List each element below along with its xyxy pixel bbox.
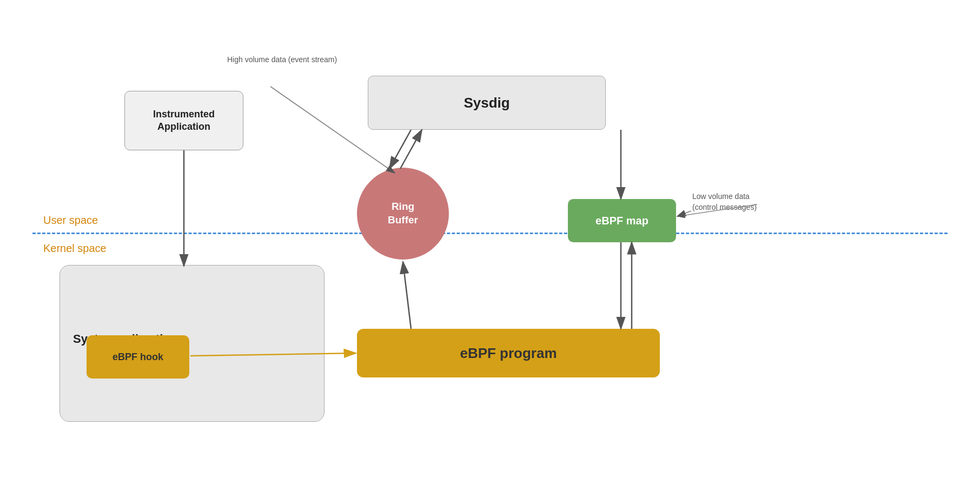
ebpf-map-label: eBPF map (595, 215, 648, 227)
instrumented-application-box: InstrumentedApplication (124, 91, 243, 150)
low-volume-label: Low volume data(control messages) (692, 191, 757, 213)
ring-buffer-label: RingBuffer (388, 200, 418, 227)
sysdig-label: Sysdig (463, 95, 509, 111)
high-volume-label: High volume data (event stream) (227, 55, 337, 64)
ebpf-program-label: eBPF program (460, 345, 557, 362)
user-space-label: User space (43, 214, 98, 227)
ebpf-program-box: eBPF program (357, 329, 660, 377)
kernel-user-boundary (32, 233, 948, 234)
arrow-low-volume (677, 211, 691, 216)
instrumented-application-label: InstrumentedApplication (153, 108, 215, 134)
ring-buffer-circle: RingBuffer (357, 168, 449, 260)
sysdig-box: Sysdig (368, 76, 606, 130)
ebpf-hook-label: eBPF hook (112, 352, 163, 363)
arrow-sysdig-to-ringbuf (389, 130, 411, 169)
arrow-ringbuf-to-sysdig (400, 130, 422, 169)
diagram-container: User space Kernel space High volume data… (0, 0, 980, 504)
ebpf-map-box: eBPF map (568, 199, 676, 242)
kernel-space-label: Kernel space (43, 242, 107, 255)
ebpf-hook-box: eBPF hook (87, 335, 189, 379)
arrow-ebpfprog-to-ringbuf (403, 262, 411, 329)
